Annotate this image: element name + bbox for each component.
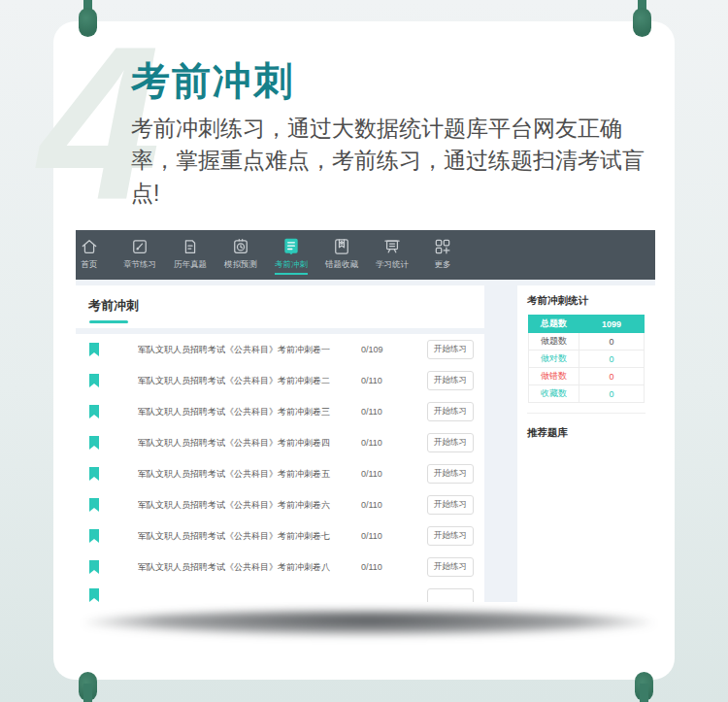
exam-progress: 0/110: [361, 469, 408, 479]
exam-title: 军队文职人员招聘考试《公共科目》考前冲刺卷一: [138, 344, 344, 356]
past-papers-icon: [181, 237, 200, 256]
exam-row: 军队文职人员招聘考试《公共科目》考前冲刺卷八 0/110 开始练习: [76, 552, 484, 583]
bookmark-icon: [89, 529, 99, 543]
exam-title: 军队文职人员招聘考试《公共科目》考前冲刺卷七: [138, 530, 344, 543]
nav-item-chapter-practice[interactable]: 章节练习: [115, 237, 165, 271]
nav-item-more[interactable]: 更多: [417, 237, 468, 271]
nav-item-wrong-favorites[interactable]: 错题收藏: [316, 237, 367, 271]
exam-title: 军队文职人员招聘考试《公共科目》考前冲刺卷五: [138, 468, 344, 481]
exam-progress: 0/110: [361, 562, 408, 572]
exam-progress: 0/110: [361, 407, 408, 417]
stats-label: 做对数: [529, 351, 579, 368]
exam-row: 军队文职人员招聘考试《公共科目》考前冲刺卷三 0/110 开始练习: [76, 396, 484, 427]
stats-row-correct: 做对数 0: [529, 351, 645, 368]
screenshot-shadow: [83, 611, 654, 636]
bookmark-icon: [89, 343, 99, 356]
bookmark-icon: [89, 560, 99, 574]
exam-row: 军队文职人员招聘考试《公共科目》考前冲刺卷六 0/110 开始练习: [76, 489, 484, 520]
nav-label: 更多: [435, 259, 451, 271]
nav-item-home[interactable]: 首页: [76, 237, 115, 271]
start-practice-button[interactable]: 开始练习: [427, 526, 474, 546]
exam-progress: 0/110: [361, 531, 408, 541]
exam-progress: 0/110: [361, 500, 408, 510]
nav-label: 错题收藏: [325, 259, 358, 271]
nav-label: 学习统计: [376, 259, 409, 271]
stats-row-wrong: 做错数 0: [529, 368, 645, 385]
exam-list: 军队文职人员招聘考试《公共科目》考前冲刺卷一 0/109 开始练习 军队文职人员…: [76, 334, 484, 602]
exam-row: [76, 583, 484, 602]
nav-label: 章节练习: [123, 259, 156, 271]
exam-title: 军队文职人员招聘考试《公共科目》考前冲刺卷四: [138, 437, 344, 450]
stats-table: 总题数 1099 做题数 0 做对数 0 做错数 0 收藏数 0: [528, 315, 645, 403]
start-practice-button[interactable]: 开始练习: [427, 557, 474, 577]
exam-title: 军队文职人员招聘考试《公共科目》考前冲刺卷八: [138, 561, 344, 574]
bookmark-icon: [89, 467, 99, 481]
nav-label: 考前冲刺: [275, 259, 308, 275]
exam-title: 军队文职人员招聘考试《公共科目》考前冲刺卷二: [138, 375, 344, 387]
wrong-favorites-icon: [332, 237, 351, 256]
exam-progress: 0/110: [361, 438, 408, 448]
stats-label: 收藏数: [529, 385, 579, 403]
study-stats-icon: [382, 237, 402, 256]
exam-progress: 0/110: [361, 376, 408, 385]
page-description: 考前冲刺练习，通过大数据统计题库平台网友正确率，掌握重点难点，考前练习，通过练题…: [131, 113, 649, 210]
more-icon: [433, 237, 452, 256]
nav-item-past-papers[interactable]: 历年真题: [165, 237, 215, 271]
start-practice-button[interactable]: 开始练习: [427, 433, 474, 452]
exam-row: 军队文职人员招聘考试《公共科目》考前冲刺卷四 0/110 开始练习: [76, 427, 484, 458]
stats-header-value: 1099: [579, 316, 645, 333]
stats-table-header-row: 总题数 1099: [529, 316, 645, 333]
list-panel-header: 考前冲刺: [76, 285, 484, 328]
stats-value: 0: [579, 333, 645, 351]
exam-row: 军队文职人员招聘考试《公共科目》考前冲刺卷一 0/109 开始练习: [76, 334, 484, 365]
nav-item-sprint[interactable]: 考前冲刺: [266, 237, 316, 275]
bookmark-icon: [89, 498, 99, 512]
nav-item-study-stats[interactable]: 学习统计: [367, 237, 417, 271]
chapter-practice-icon: [130, 237, 149, 256]
exam-progress: 0/109: [361, 345, 408, 354]
top-navbar: 首页 章节练习 历年真题 模拟预测 考前冲刺 错题收藏 学习统计 更多: [76, 230, 655, 280]
start-practice-button[interactable]: 开始练习: [427, 495, 474, 515]
start-practice-button[interactable]: 开始练习: [427, 340, 474, 359]
bookmark-icon: [89, 436, 99, 450]
sprint-icon: [281, 237, 301, 256]
stats-value: 0: [579, 368, 645, 385]
start-practice-button[interactable]: 开始练习: [427, 371, 474, 390]
app-content: 考前冲刺 军队文职人员招聘考试《公共科目》考前冲刺卷一 0/109 开始练习 军…: [76, 280, 655, 602]
stats-header-label: 总题数: [529, 316, 579, 333]
exam-row: 军队文职人员招聘考试《公共科目》考前冲刺卷五 0/110 开始练习: [76, 458, 484, 489]
bookmark-icon: [89, 405, 99, 418]
start-practice-button[interactable]: 开始练习: [427, 402, 474, 421]
home-icon: [80, 237, 99, 256]
bookmark-icon: [89, 588, 99, 602]
stats-value: 0: [579, 385, 645, 403]
exam-title: 军队文职人员招聘考试《公共科目》考前冲刺卷六: [138, 499, 344, 512]
recommend-title: 推荐题库: [527, 426, 568, 440]
nav-label: 历年真题: [174, 259, 207, 271]
title-underline: [89, 320, 128, 323]
exam-row: 军队文职人员招聘考试《公共科目》考前冲刺卷二 0/110 开始练习: [76, 365, 484, 396]
stats-label: 做题数: [529, 333, 579, 351]
divider: [527, 413, 645, 414]
nav-label: 模拟预测: [224, 259, 257, 271]
page-title: 考前冲刺: [131, 54, 294, 108]
app-screenshot: 首页 章节练习 历年真题 模拟预测 考前冲刺 错题收藏 学习统计 更多: [76, 230, 655, 602]
stats-row-favorites: 收藏数 0: [529, 385, 645, 403]
stats-label: 做错数: [529, 368, 579, 385]
start-practice-button[interactable]: 开始练习: [427, 464, 474, 484]
list-panel-title: 考前冲刺: [88, 297, 139, 315]
start-practice-button[interactable]: [427, 588, 474, 602]
mock-test-icon: [231, 237, 250, 256]
stats-panel: 考前冲刺统计 总题数 1099 做题数 0 做对数 0 做错数 0: [517, 285, 655, 602]
bookmark-icon: [89, 374, 99, 387]
nav-item-mock-test[interactable]: 模拟预测: [215, 237, 266, 271]
stats-value: 0: [579, 351, 645, 368]
nav-label: 首页: [82, 259, 98, 271]
exam-title: 军队文职人员招聘考试《公共科目》考前冲刺卷三: [138, 406, 344, 418]
stats-panel-title: 考前冲刺统计: [527, 294, 588, 308]
exam-row: 军队文职人员招聘考试《公共科目》考前冲刺卷七 0/110 开始练习: [76, 520, 484, 552]
stats-row-done: 做题数 0: [529, 333, 645, 351]
